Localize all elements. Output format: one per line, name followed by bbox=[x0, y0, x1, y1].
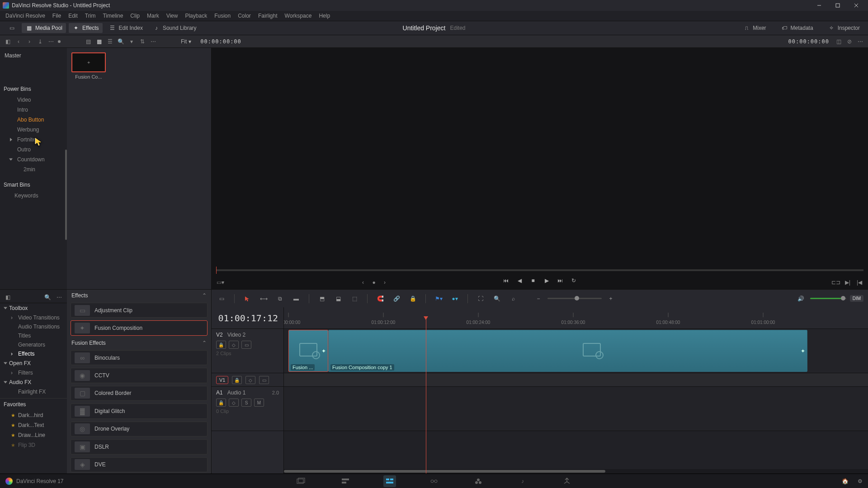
fx-drone-overlay[interactable]: ◎Drone Overlay bbox=[71, 422, 208, 436]
media-pool-toggle[interactable]: ▦ Media Pool bbox=[22, 23, 66, 33]
page-color-icon[interactable] bbox=[472, 475, 485, 487]
metadata-toggle[interactable]: 🏷 Metadata bbox=[777, 23, 817, 33]
menu-workspace[interactable]: Workspace bbox=[281, 12, 316, 20]
timeline-timecode[interactable]: 01:00:17:12 bbox=[212, 307, 283, 329]
flag-dropdown-icon[interactable]: ⚑▾ bbox=[433, 293, 444, 304]
mixer-toggle[interactable]: ⎍ Mixer bbox=[739, 23, 769, 33]
menu-trim[interactable]: Trim bbox=[81, 12, 99, 20]
track-mute-a1[interactable]: M bbox=[254, 399, 264, 407]
play-icon[interactable]: ▶ bbox=[542, 276, 551, 285]
timeline-ruler[interactable]: 01:00:00:00 01:00:12:00 01:00:24:00 01:0… bbox=[284, 307, 868, 329]
bin-keywords[interactable]: Keywords bbox=[0, 191, 67, 201]
page-deliver-icon[interactable] bbox=[561, 475, 573, 487]
effects-toggle[interactable]: ✦ Effects bbox=[69, 23, 102, 33]
snap-icon[interactable]: 🧲 bbox=[375, 293, 386, 304]
timeline-track-a1[interactable] bbox=[284, 387, 868, 431]
menu-view[interactable]: View bbox=[163, 12, 182, 20]
viewer-zoom-dropdown[interactable]: Fit ▾ bbox=[178, 38, 194, 46]
timeline-horizontal-scrollbar[interactable] bbox=[284, 469, 868, 474]
dynamic-trim-icon[interactable]: ⧉ bbox=[274, 293, 285, 304]
smart-bins-header[interactable]: Smart Bins bbox=[0, 179, 67, 191]
track-lock-v1-icon[interactable]: 🔒 bbox=[232, 376, 242, 384]
volume-slider[interactable] bbox=[810, 298, 846, 299]
fx-sidebar-toggle-icon[interactable]: ◧ bbox=[4, 293, 12, 301]
fx-audiofx[interactable]: Audio FX bbox=[0, 377, 67, 387]
menu-color[interactable]: Color bbox=[234, 12, 255, 20]
clip-fusion-composition[interactable]: ✦ Fusion Co... bbox=[71, 52, 106, 80]
search-dd-icon[interactable]: ▾ bbox=[127, 38, 136, 46]
bin-outro[interactable]: Outro bbox=[0, 145, 67, 155]
clip-fusion-1[interactable]: Fusion ... ✦ bbox=[288, 330, 328, 372]
fx-video-transitions[interactable]: ›Video Transitions bbox=[0, 313, 67, 322]
fx-cat-fusion[interactable]: Fusion Effects⌃ bbox=[67, 337, 211, 349]
scrollbar-thumb[interactable] bbox=[284, 470, 605, 473]
replace-clip-icon[interactable]: ⬚ bbox=[349, 293, 360, 304]
bin-intro[interactable]: Intro bbox=[0, 105, 67, 115]
home-icon[interactable]: 🏠 bbox=[842, 478, 849, 484]
link-icon[interactable]: 🔗 bbox=[391, 293, 402, 304]
viewer-timecode[interactable]: 00:00:00:00 bbox=[198, 38, 244, 45]
fx-filters[interactable]: ›Filters bbox=[0, 368, 67, 377]
clip-fusion-copy-1[interactable]: Fusion Composition copy 1 ✦ bbox=[328, 330, 807, 372]
nav-fwd-icon[interactable]: › bbox=[25, 38, 33, 46]
fx-search-icon[interactable]: 🔍 bbox=[43, 293, 52, 301]
fx-openfx[interactable]: Open FX bbox=[0, 358, 67, 368]
page-cut-icon[interactable] bbox=[339, 475, 352, 487]
track-auto-v2-icon[interactable]: ◇ bbox=[229, 341, 239, 349]
page-fairlight-icon[interactable]: ♪ bbox=[516, 475, 529, 487]
insert-clip-icon[interactable]: ⬒ bbox=[316, 293, 327, 304]
fx-fusion-composition[interactable]: ✦ Fusion Composition bbox=[71, 320, 208, 335]
bin-video[interactable]: Video bbox=[0, 95, 67, 105]
bin-abo-button[interactable]: Abo Button bbox=[0, 115, 67, 125]
timeline-view-options-icon[interactable]: ▭ bbox=[216, 293, 227, 304]
bin-countdown[interactable]: Countdown bbox=[0, 155, 67, 164]
lock-icon[interactable]: 🔒 bbox=[407, 293, 418, 304]
thumb-view-icon[interactable]: ▤ bbox=[84, 38, 92, 46]
menu-timeline[interactable]: Timeline bbox=[99, 12, 127, 20]
zoom-in-icon[interactable]: + bbox=[605, 293, 616, 304]
fx-favorites-header[interactable]: Favorites bbox=[0, 398, 67, 410]
nav-back-icon[interactable]: ‹ bbox=[14, 38, 23, 46]
jump-end-icon[interactable]: ⏭ bbox=[556, 276, 565, 285]
track-header-v2[interactable]: V2 Video 2 🔒 ◇ ▭ 2 Clips bbox=[212, 329, 283, 373]
track-auto-v1-icon[interactable]: ◇ bbox=[245, 376, 255, 384]
fx-effects[interactable]: ›Effects bbox=[0, 349, 67, 358]
zoom-out-icon[interactable]: − bbox=[533, 293, 544, 304]
menu-file[interactable]: File bbox=[49, 12, 65, 20]
menu-help[interactable]: Help bbox=[315, 12, 334, 20]
collapse-icon[interactable]: ⌃ bbox=[202, 340, 207, 346]
timeline-viewer[interactable]: ▭▾ ‹ ● › ⏮ ◀ ■ ▶ ⏭ ↻ ⊏⊐ ▶| |◀ bbox=[212, 48, 868, 289]
fx-adjustment-clip[interactable]: ▭ Adjustment Clip bbox=[71, 303, 208, 318]
sound-library-toggle[interactable]: ♪ Sound Library bbox=[149, 23, 200, 33]
pool-menu-icon[interactable]: ⋯ bbox=[149, 38, 157, 46]
bin-werbung[interactable]: Werbung bbox=[0, 125, 67, 135]
goto-out-icon[interactable]: |◀ bbox=[855, 278, 863, 286]
blade-tool-icon[interactable]: ▬ bbox=[291, 293, 302, 304]
track-disable-v1-icon[interactable]: ▭ bbox=[259, 376, 269, 384]
track-arm-a1-icon[interactable]: ◇ bbox=[229, 399, 239, 407]
detail-zoom-icon[interactable]: 🔍 bbox=[491, 293, 502, 304]
project-settings-icon[interactable]: ⚙ bbox=[858, 478, 863, 484]
track-solo-a1[interactable]: S bbox=[241, 399, 251, 407]
page-fusion-icon[interactable] bbox=[428, 475, 440, 487]
mute-icon[interactable]: 🔊 bbox=[796, 293, 807, 304]
bypass-icon[interactable]: ⊘ bbox=[845, 38, 854, 46]
fx-cat-effects[interactable]: Effects⌃ bbox=[67, 290, 211, 301]
fx-fav-0[interactable]: ★Dark...hird bbox=[0, 410, 67, 420]
more-icon[interactable]: ⋯ bbox=[47, 38, 55, 46]
overwrite-clip-icon[interactable]: ⬓ bbox=[333, 293, 344, 304]
marker-dropdown-icon[interactable]: ●▾ bbox=[449, 293, 460, 304]
viewer-scrub-bar[interactable] bbox=[216, 269, 863, 271]
menu-mark[interactable]: Mark bbox=[143, 12, 163, 20]
sort-icon[interactable]: ⇅ bbox=[138, 38, 146, 46]
zoom-to-fit-icon[interactable]: ⛶ bbox=[475, 293, 486, 304]
track-header-v1[interactable]: V1 🔒 ◇ ▭ bbox=[212, 373, 283, 387]
grid-view-icon[interactable]: ▦ bbox=[95, 38, 103, 46]
fx-colored-border[interactable]: ▢Colored Border bbox=[71, 386, 208, 401]
inspector-toggle[interactable]: ✧ Inspector bbox=[824, 23, 863, 33]
track-disable-v2-icon[interactable]: ▭ bbox=[241, 341, 251, 349]
custom-zoom-icon[interactable]: ⌕ bbox=[508, 293, 519, 304]
goto-in-icon[interactable]: ▶| bbox=[844, 278, 852, 286]
list-view-icon[interactable]: ☰ bbox=[106, 38, 114, 46]
in-out-icon[interactable]: ⊏⊐ bbox=[832, 278, 840, 286]
